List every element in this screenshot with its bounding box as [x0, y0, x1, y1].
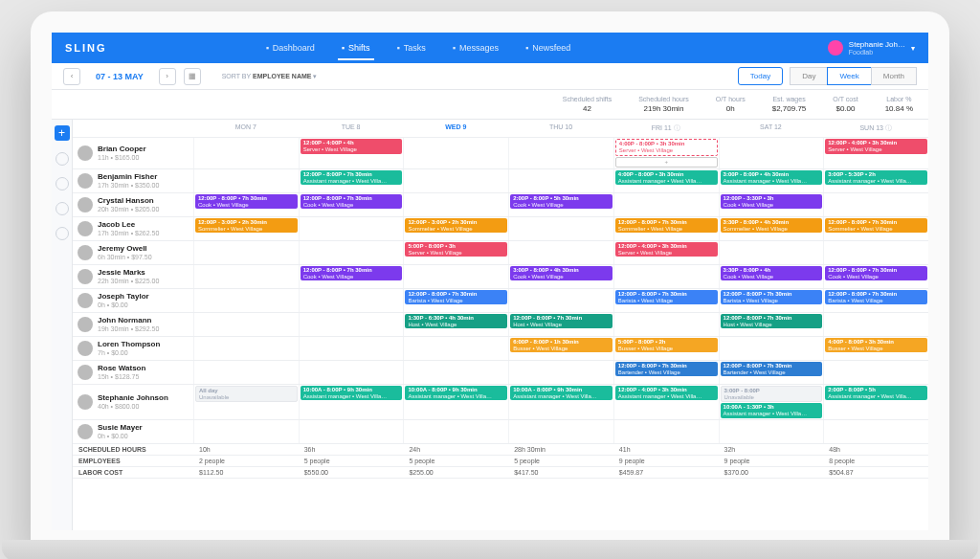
- day-cell[interactable]: 3:00P - 8:00P • 4h 30minAssistant manage…: [719, 169, 824, 192]
- day-cell[interactable]: [403, 265, 508, 288]
- employee-cell[interactable]: Loren Thompson7h • $0.00: [73, 337, 193, 360]
- day-cell[interactable]: [719, 138, 824, 168]
- day-cell[interactable]: 5:00P - 8:00P • 2hBusser • West Village: [613, 337, 719, 360]
- shift-chip[interactable]: 4:00P - 8:00P • 3h 30minBusser • West Vi…: [825, 338, 927, 353]
- shift-chip[interactable]: 12:00P - 8:00P • 7h 30minBarista • West …: [615, 290, 718, 305]
- day-cell[interactable]: [403, 138, 508, 168]
- shift-chip[interactable]: 3:00P - 8:00PUnavailable: [721, 386, 823, 403]
- day-cell[interactable]: 3:00P - 8:00P • 4h 30minCook • West Vill…: [508, 265, 613, 288]
- employee-cell[interactable]: Jacob Lee17h 30min • $262.50: [73, 217, 193, 240]
- day-cell[interactable]: [403, 193, 508, 216]
- day-cell[interactable]: [299, 313, 404, 336]
- add-shift-button[interactable]: +: [55, 125, 70, 141]
- day-cell[interactable]: [193, 420, 299, 443]
- shift-chip[interactable]: 2:00P - 8:00P • 5h 30minCook • West Vill…: [510, 194, 612, 210]
- day-cell[interactable]: [193, 169, 299, 192]
- day-cell[interactable]: [403, 169, 508, 192]
- shift-chip[interactable]: 4:00P - 8:00P • 3h 30minServer • West Vi…: [615, 139, 718, 156]
- day-cell[interactable]: 12:00P - 4:00P • 3h 30minAssistant manag…: [613, 385, 719, 420]
- day-cell[interactable]: All dayUnavailable: [193, 385, 299, 420]
- day-cell[interactable]: 12:00P - 8:00P • 7h 30minHost • West Vil…: [508, 313, 613, 336]
- day-cell[interactable]: 12:00P - 8:00P • 7h 30minCook • West Vil…: [299, 265, 404, 288]
- day-cell[interactable]: 12:00P - 8:00P • 7h 30minSommelier • Wes…: [613, 217, 719, 240]
- day-cell[interactable]: [299, 241, 404, 264]
- shift-chip[interactable]: 12:00P - 4:00P • 4hServer • West Village: [301, 139, 403, 154]
- shift-chip[interactable]: 12:00P - 8:00P • 7h 30minAssistant manag…: [301, 170, 403, 186]
- day-cell[interactable]: 12:00P - 8:00P • 7h 30minHost • West Vil…: [719, 313, 824, 336]
- settings-icon[interactable]: [56, 227, 69, 240]
- day-cell[interactable]: 12:00P - 3:30P • 3hCook • West Village: [719, 193, 824, 216]
- day-cell[interactable]: 2:00P - 8:00P • 5h 30minCook • West Vill…: [508, 193, 613, 216]
- day-cell[interactable]: [193, 313, 299, 336]
- day-cell[interactable]: 12:00P - 8:00P • 7h 30minBartender • Wes…: [613, 361, 719, 384]
- shift-chip[interactable]: 12:00P - 8:00P • 7h 30minBarista • West …: [721, 290, 823, 305]
- nav-shifts[interactable]: ▪Shifts: [338, 43, 374, 60]
- day-cell[interactable]: 12:00P - 8:00P • 7h 30minCook • West Vil…: [823, 265, 928, 288]
- day-cell[interactable]: 12:00P - 8:00P • 7h 30minAssistant manag…: [299, 169, 404, 192]
- date-range[interactable]: 07 - 13 MAY: [88, 72, 151, 81]
- day-cell[interactable]: 12:00P - 8:00P • 7h 30minBarista • West …: [403, 289, 508, 312]
- day-cell[interactable]: 1:30P - 6:30P • 4h 30minHost • West Vill…: [403, 313, 508, 336]
- day-cell[interactable]: [193, 265, 299, 288]
- day-cell[interactable]: 3:00P - 5:30P • 2hAssistant manager • We…: [823, 169, 928, 192]
- day-cell[interactable]: 4:00P - 8:00P • 3h 30minAssistant manage…: [613, 169, 719, 192]
- shift-chip[interactable]: 6:00P - 8:00P • 1h 30minBusser • West Vi…: [510, 338, 612, 353]
- filter-icon[interactable]: [56, 202, 69, 215]
- day-cell[interactable]: [613, 193, 719, 216]
- day-cell[interactable]: [508, 138, 613, 168]
- shift-chip[interactable]: 12:00P - 8:00P • 7h 30minCook • West Vil…: [301, 266, 403, 281]
- employee-cell[interactable]: Brian Cooper11h • $165.00: [73, 138, 193, 168]
- day-cell[interactable]: [299, 361, 404, 384]
- day-cell[interactable]: 3:30P - 8:00P • 4h 30minSommelier • West…: [719, 217, 824, 240]
- day-cell[interactable]: 12:00P - 8:00P • 7h 30minSommelier • Wes…: [823, 217, 928, 240]
- shift-chip[interactable]: 12:00P - 3:00P • 2h 30minSommelier • Wes…: [405, 218, 507, 234]
- shift-chip[interactable]: 12:00P - 4:00P • 3h 30minServer • West V…: [825, 139, 927, 154]
- day-cell[interactable]: 10:00A - 8:00P • 9h 30minAssistant manag…: [299, 385, 404, 420]
- day-cell[interactable]: 12:00P - 8:00P • 7h 30minBarista • West …: [823, 289, 928, 312]
- shift-chip[interactable]: 2:00P - 8:00P • 5hAssistant manager • We…: [825, 386, 927, 401]
- employee-cell[interactable]: Rose Watson15h • $128.75: [73, 361, 193, 384]
- day-cell[interactable]: [403, 420, 508, 443]
- day-cell[interactable]: [823, 361, 928, 384]
- group-icon[interactable]: [56, 177, 69, 190]
- day-cell[interactable]: [719, 337, 824, 360]
- day-cell[interactable]: 12:00P - 8:00P • 7h 30minBarista • West …: [613, 289, 719, 312]
- day-cell[interactable]: [508, 361, 613, 384]
- day-cell[interactable]: [508, 420, 613, 443]
- employee-cell[interactable]: Joseph Taylor0h • $0.00: [73, 289, 193, 312]
- shift-chip[interactable]: 12:00P - 8:00P • 7h 30minCook • West Vil…: [825, 266, 927, 281]
- shift-chip[interactable]: 12:00P - 8:00P • 7h 30minHost • West Vil…: [721, 314, 823, 329]
- day-cell[interactable]: [299, 289, 404, 312]
- day-cell[interactable]: 10:00A - 8:00P • 9h 30minAssistant manag…: [508, 385, 613, 420]
- shift-chip[interactable]: 1:30P - 6:30P • 4h 30minHost • West Vill…: [405, 314, 507, 329]
- day-cell[interactable]: 2:00P - 8:00P • 5hAssistant manager • We…: [823, 385, 928, 420]
- today-button[interactable]: Today: [738, 67, 783, 85]
- day-cell[interactable]: 5:00P - 8:00P • 3hServer • West Village: [403, 241, 508, 264]
- day-cell[interactable]: [613, 420, 719, 443]
- day-view-button[interactable]: Day: [790, 67, 828, 85]
- shift-chip[interactable]: 12:00P - 8:00P • 7h 30minBarista • West …: [405, 290, 507, 305]
- employee-cell[interactable]: John Normann19h 30min • $292.50: [73, 313, 193, 336]
- day-cell[interactable]: [193, 138, 299, 168]
- day-cell[interactable]: 12:00P - 4:00P • 3h 30minServer • West V…: [613, 241, 719, 264]
- shift-chip[interactable]: 12:00P - 8:00P • 7h 30minCook • West Vil…: [301, 194, 403, 210]
- add-shift-icon[interactable]: +: [615, 157, 718, 168]
- day-cell[interactable]: 12:00P - 4:00P • 3h 30minServer • West V…: [823, 138, 928, 168]
- day-cell[interactable]: 12:00P - 8:00P • 7h 30minCook • West Vil…: [299, 193, 404, 216]
- shift-chip[interactable]: 12:00P - 3:00P • 2h 30minSommelier • Wes…: [195, 218, 298, 234]
- shift-chip[interactable]: 10:00A - 8:00P • 9h 30minAssistant manag…: [405, 386, 507, 401]
- shift-chip[interactable]: 4:00P - 8:00P • 3h 30minAssistant manage…: [615, 170, 718, 186]
- day-cell[interactable]: [508, 289, 613, 312]
- employee-cell[interactable]: Jeremy Owell6h 30min • $97.50: [73, 241, 193, 264]
- day-cell[interactable]: [823, 420, 928, 443]
- shift-chip[interactable]: 12:00P - 8:00P • 7h 30minBartender • Wes…: [615, 362, 718, 377]
- shift-chip[interactable]: 3:30P - 8:00P • 4hCook • West Village: [721, 266, 823, 281]
- shift-chip[interactable]: 10:00A - 8:00P • 9h 30minAssistant manag…: [301, 386, 403, 401]
- day-cell[interactable]: 4:00P - 8:00P • 3h 30minBusser • West Vi…: [823, 337, 928, 360]
- week-view-button[interactable]: Week: [827, 67, 871, 85]
- day-cell[interactable]: [613, 265, 719, 288]
- day-cell[interactable]: 3:30P - 8:00P • 4hCook • West Village: [719, 265, 824, 288]
- day-cell[interactable]: [193, 241, 299, 264]
- shift-chip[interactable]: 12:00P - 8:00P • 7h 30minSommelier • Wes…: [825, 218, 927, 234]
- day-cell[interactable]: 12:00P - 3:00P • 2h 30minSommelier • Wes…: [193, 217, 299, 240]
